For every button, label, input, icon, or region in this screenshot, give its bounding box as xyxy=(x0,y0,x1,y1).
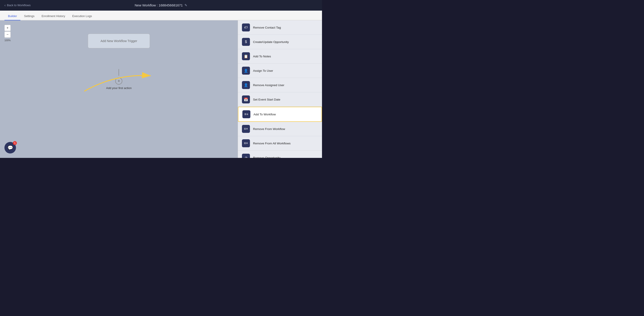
action-icon-2: 📋 xyxy=(242,52,250,60)
action-label-6: Add To Workflow xyxy=(254,113,276,116)
action-icon-8: ≡× xyxy=(242,139,250,147)
sidebar-item-remove-from-workflow[interactable]: ≡×Remove From Workflow xyxy=(238,122,322,136)
action-label-7: Remove From Workflow xyxy=(253,127,285,131)
sidebar-item-remove-from-all-workflows[interactable]: ≡×Remove From All Workflows xyxy=(238,136,322,151)
chat-widget[interactable]: 💬 5 xyxy=(4,142,16,154)
workflow-trigger-box[interactable]: Add New Workflow Trigger xyxy=(88,34,150,48)
action-label-9: Remove Opportunity xyxy=(253,156,280,158)
action-label-1: Create/Update Opportunity xyxy=(253,40,289,44)
zoom-out-button[interactable]: − xyxy=(4,31,11,38)
tab-execution-logs[interactable]: Execution Logs xyxy=(69,12,96,20)
action-icon-9: ⊘ xyxy=(242,154,250,158)
sidebar-item-assign-to-user[interactable]: 👤Assign To User xyxy=(238,64,322,78)
edit-title-icon[interactable]: ✎ xyxy=(184,3,188,7)
tab-settings[interactable]: Settings xyxy=(20,12,38,20)
tab-builder[interactable]: Builder xyxy=(4,12,20,20)
sidebar-item-remove-assigned-user[interactable]: 👤Remove Assigned User xyxy=(238,78,322,92)
sidebar-item-add-to-notes[interactable]: 📋Add To Notes xyxy=(238,49,322,64)
trigger-box-label: Add New Workflow Trigger xyxy=(100,39,137,43)
back-label: Back to Workflows xyxy=(7,3,30,7)
sidebar-item-set-event-start-date[interactable]: 📅Set Event Start Date xyxy=(238,92,322,107)
action-label-2: Add To Notes xyxy=(253,55,271,58)
action-label-3: Assign To User xyxy=(253,69,273,72)
main-layout: + − 100% Add New Workflow Trigger + Add … xyxy=(0,20,322,158)
sidebar-item-add-to-workflow[interactable]: ≡+Add To Workflow xyxy=(238,107,322,122)
chat-icon: 💬 xyxy=(8,145,13,150)
action-icon-5: 📅 xyxy=(242,95,250,103)
add-action-area: + Add your first action xyxy=(106,69,132,90)
back-to-workflows-button[interactable]: ‹ Back to Workflows xyxy=(4,3,30,7)
zoom-level-label: 100% xyxy=(4,39,11,42)
sidebar-item-remove-opportunity[interactable]: ⊘Remove Opportunity xyxy=(238,151,322,158)
action-icon-0: 🏷 xyxy=(242,23,250,31)
tab-enrollment-history[interactable]: Enrollment History xyxy=(38,12,68,20)
action-label-0: Remove Contact Tag xyxy=(253,26,281,29)
chat-badge: 5 xyxy=(13,141,17,145)
add-action-label: Add your first action xyxy=(106,86,132,90)
action-icon-4: 👤 xyxy=(242,81,250,89)
action-icon-7: ≡× xyxy=(242,125,250,133)
action-icon-3: 👤 xyxy=(242,67,250,75)
connector-line xyxy=(119,69,119,76)
sidebar-item-remove-contact-tag[interactable]: 🏷Remove Contact Tag xyxy=(238,20,322,35)
zoom-controls: + − 100% xyxy=(4,25,11,42)
workflow-title: New Workflow : 1688456681671 ✎ xyxy=(134,3,188,7)
workflow-canvas[interactable]: + − 100% Add New Workflow Trigger + Add … xyxy=(0,20,238,158)
actions-sidebar: 🏷Remove Contact Tag$Create/Update Opport… xyxy=(238,20,322,158)
zoom-in-button[interactable]: + xyxy=(4,25,11,31)
action-label-8: Remove From All Workflows xyxy=(253,142,290,145)
header: ‹ Back to Workflows New Workflow : 16884… xyxy=(0,0,322,11)
action-icon-1: $ xyxy=(242,38,250,46)
action-label-4: Remove Assigned User xyxy=(253,83,284,87)
action-icon-6: ≡+ xyxy=(242,110,250,118)
chevron-left-icon: ‹ xyxy=(4,3,6,7)
sidebar-item-createupdate-opportunity[interactable]: $Create/Update Opportunity xyxy=(238,35,322,49)
action-label-5: Set Event Start Date xyxy=(253,98,280,101)
tabs-bar: Builder Settings Enrollment History Exec… xyxy=(0,11,322,20)
add-action-button[interactable]: + xyxy=(115,78,122,85)
